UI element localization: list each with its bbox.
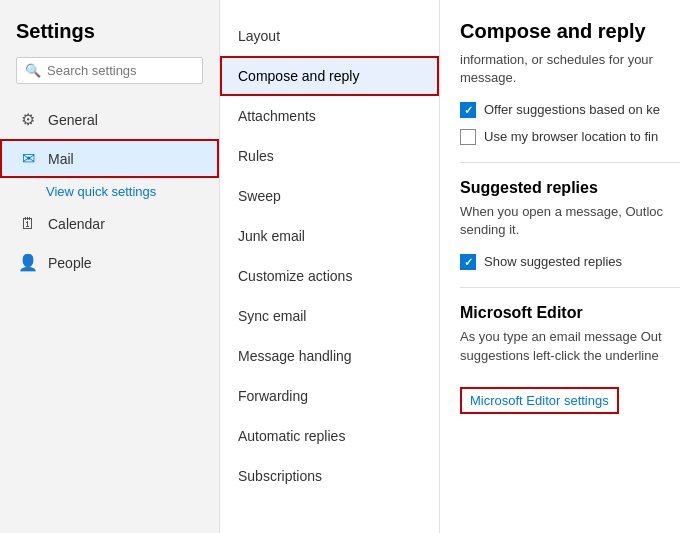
quick-settings-link[interactable]: View quick settings [0,178,219,205]
middle-item-sweep[interactable]: Sweep [220,176,439,216]
suggested-replies-title: Suggested replies [460,179,680,197]
browser-location-checkbox[interactable] [460,129,476,145]
sidebar-item-mail[interactable]: ✉ Mail [0,139,219,178]
right-title: Compose and reply [460,20,680,43]
sidebar: Settings 🔍 ⚙ General ✉ Mail View quick s… [0,0,220,533]
middle-item-customize-actions[interactable]: Customize actions [220,256,439,296]
sidebar-item-people[interactable]: 👤 People [0,243,219,282]
mail-icon: ✉ [18,149,38,168]
browser-location-row: Use my browser location to fin [460,128,680,146]
people-icon: 👤 [18,253,38,272]
right-desc: information, or schedules for your messa… [460,51,680,87]
sidebar-item-calendar[interactable]: 🗓 Calendar [0,205,219,243]
show-suggested-label: Show suggested replies [484,253,622,271]
sidebar-item-general[interactable]: ⚙ General [0,100,219,139]
search-icon: 🔍 [25,63,41,78]
search-input[interactable] [47,63,194,78]
microsoft-editor-settings-link[interactable]: Microsoft Editor settings [460,387,619,414]
middle-item-junk-email[interactable]: Junk email [220,216,439,256]
browser-location-label: Use my browser location to fin [484,128,658,146]
right-panel: Compose and reply information, or schedu… [440,0,700,533]
middle-item-layout[interactable]: Layout [220,16,439,56]
middle-item-sync-email[interactable]: Sync email [220,296,439,336]
mail-label: Mail [48,151,74,167]
general-icon: ⚙ [18,110,38,129]
calendar-icon: 🗓 [18,215,38,233]
suggested-replies-desc: When you open a message, Outloc sending … [460,203,680,239]
middle-item-subscriptions[interactable]: Subscriptions [220,456,439,496]
people-label: People [48,255,92,271]
middle-item-rules[interactable]: Rules [220,136,439,176]
middle-panel: Layout Compose and reply Attachments Rul… [220,0,440,533]
divider-2 [460,287,680,288]
offer-suggestions-row: ✓ Offer suggestions based on ke [460,101,680,119]
divider-1 [460,162,680,163]
microsoft-editor-title: Microsoft Editor [460,304,680,322]
settings-title: Settings [0,20,219,57]
calendar-label: Calendar [48,216,105,232]
checkmark-icon-2: ✓ [464,256,473,269]
middle-item-forwarding[interactable]: Forwarding [220,376,439,416]
show-suggested-row: ✓ Show suggested replies [460,253,680,271]
search-box[interactable]: 🔍 [16,57,203,84]
microsoft-editor-desc: As you type an email message Out suggest… [460,328,680,364]
middle-item-automatic-replies[interactable]: Automatic replies [220,416,439,456]
offer-suggestions-label: Offer suggestions based on ke [484,101,660,119]
middle-item-attachments[interactable]: Attachments [220,96,439,136]
offer-suggestions-checkbox[interactable]: ✓ [460,102,476,118]
checkmark-icon: ✓ [464,104,473,117]
show-suggested-checkbox[interactable]: ✓ [460,254,476,270]
middle-item-compose-reply[interactable]: Compose and reply [220,56,439,96]
middle-item-message-handling[interactable]: Message handling [220,336,439,376]
general-label: General [48,112,98,128]
